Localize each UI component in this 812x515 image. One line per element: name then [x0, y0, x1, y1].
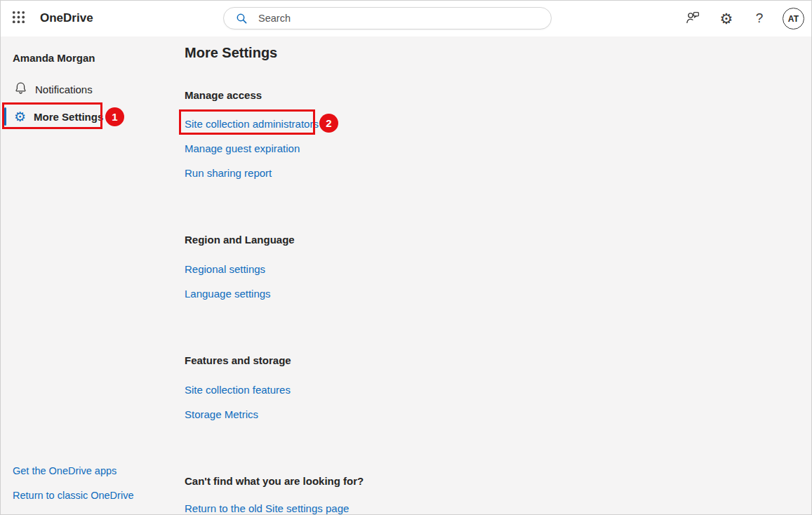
sidebar-item-notifications[interactable]: Notifications [0, 78, 174, 100]
link-run-sharing-report[interactable]: Run sharing report [185, 167, 272, 179]
search-input[interactable] [257, 12, 543, 25]
sidebar-item-label: Notifications [35, 83, 93, 95]
section-heading-manage-access: Manage access [185, 89, 262, 101]
link-site-collection-features[interactable]: Site collection features [185, 384, 291, 396]
help-button[interactable]: ? [748, 7, 771, 29]
return-classic-onedrive-link[interactable]: Return to classic OneDrive [13, 490, 133, 501]
bell-icon [14, 81, 27, 97]
link-manage-guest-expiration[interactable]: Manage guest expiration [185, 142, 300, 154]
waffle-icon [11, 10, 26, 27]
get-onedrive-apps-link[interactable]: Get the OneDrive apps [13, 465, 117, 476]
section-heading-features-storage: Features and storage [185, 354, 291, 366]
sidebar-item-more-settings[interactable]: ⚙ More Settings [0, 105, 174, 128]
feedback-button[interactable] [681, 7, 704, 29]
app-launcher-button[interactable] [9, 9, 27, 27]
top-bar: OneDrive ⚙ ? [0, 0, 812, 36]
sidebar-user-name: Amanda Morgan [13, 52, 95, 64]
link-language-settings[interactable]: Language settings [185, 288, 271, 300]
search-icon [236, 13, 248, 25]
search-bar[interactable] [223, 7, 552, 29]
gear-icon: ⚙ [720, 11, 733, 26]
sidebar-item-label: More Settings [34, 111, 103, 123]
section-heading-cant-find: Can't find what you are looking for? [185, 475, 364, 487]
app-title: OneDrive [40, 0, 93, 36]
section-heading-region-language: Region and Language [185, 234, 295, 246]
selected-indicator [4, 107, 6, 126]
link-regional-settings[interactable]: Regional settings [185, 263, 265, 275]
onedrive-app: OneDrive ⚙ ? [0, 0, 812, 515]
gear-icon: ⚙ [14, 110, 26, 123]
feedback-icon [685, 11, 700, 27]
page-title: More Settings [185, 45, 277, 61]
link-return-old-site-settings[interactable]: Return to the old Site settings page [185, 502, 349, 514]
link-site-collection-administrators[interactable]: Site collection administrators [185, 118, 319, 130]
annotation-badge-2: 2 [319, 114, 338, 133]
settings-gear-button[interactable]: ⚙ [715, 7, 738, 29]
link-storage-metrics[interactable]: Storage Metrics [185, 408, 258, 420]
help-icon: ? [756, 11, 764, 26]
avatar[interactable]: AT [783, 8, 804, 29]
